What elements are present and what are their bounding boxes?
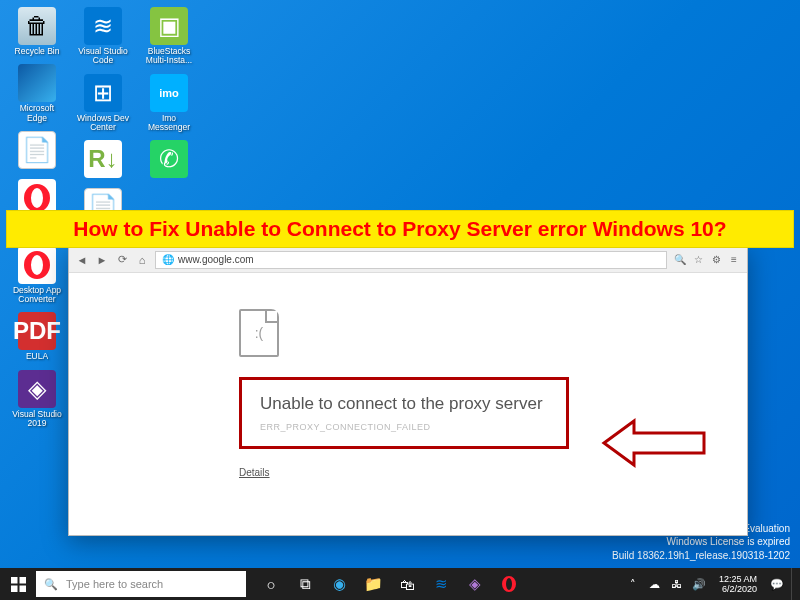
browser-window: ◄ ► ⟳ ⌂ 🌐 www.google.com 🔍 ☆ ⚙ ≡ :( Unab… <box>68 246 748 536</box>
svg-rect-0 <box>11 577 18 584</box>
icon-label: EULA <box>26 352 48 361</box>
bluestacks-icon: ▣ <box>150 7 188 45</box>
details-link[interactable]: Details <box>239 467 270 478</box>
search-placeholder: Type here to search <box>66 578 163 590</box>
tray-onedrive-icon[interactable]: ☁ <box>647 568 663 600</box>
desktop-icon-app-converter-2[interactable]: Desktop App Converter <box>8 244 66 307</box>
desktop-icon-vscode[interactable]: ≋ Visual Studio Code <box>74 5 132 68</box>
reload-button[interactable]: ⟳ <box>115 253 129 267</box>
menu-icon[interactable]: ≡ <box>727 253 741 267</box>
task-view-button[interactable]: ⧉ <box>288 568 322 600</box>
home-button[interactable]: ⌂ <box>135 253 149 267</box>
whatsapp-icon: ✆ <box>150 140 188 178</box>
taskbar: 🔍 Type here to search ○ ⧉ ◉ 📁 🛍 ≋ ◈ ˄ ☁ … <box>0 568 800 600</box>
recycle-bin-icon: 🗑 <box>18 7 56 45</box>
clock-date: 6/2/2020 <box>719 584 757 594</box>
clock-time: 12:25 AM <box>719 574 757 584</box>
start-button[interactable] <box>0 568 36 600</box>
svg-rect-1 <box>19 577 26 584</box>
vscode-icon: ≋ <box>84 7 122 45</box>
icon-label: Windows Dev Center <box>76 114 130 133</box>
desktop-icon-document[interactable]: 📄 <box>8 129 66 173</box>
taskbar-vscode[interactable]: ≋ <box>424 568 458 600</box>
system-tray: ˄ ☁ 🖧 🔊 12:25 AM 6/2/2020 💬 <box>625 568 800 600</box>
sad-file-icon: :( <box>239 309 279 357</box>
star-icon[interactable]: ☆ <box>691 253 705 267</box>
watermark-line: Windows License is expired <box>612 535 790 549</box>
svg-rect-3 <box>19 585 26 592</box>
resharper-icon: R↓ <box>84 140 122 178</box>
annotation-arrow <box>599 413 709 477</box>
taskbar-explorer[interactable]: 📁 <box>356 568 390 600</box>
taskbar-clock[interactable]: 12:25 AM 6/2/2020 <box>713 574 763 595</box>
desktop-icon-whatsapp[interactable]: ✆ <box>140 138 198 182</box>
icon-label: Imo Messenger <box>142 114 196 133</box>
desktop-icon-resharper[interactable]: R↓ <box>74 138 132 182</box>
taskbar-opera[interactable] <box>492 568 526 600</box>
tray-volume-icon[interactable]: 🔊 <box>691 568 707 600</box>
windows-icon: ⊞ <box>84 74 122 112</box>
watermark-line: Build 18362.19h1_release.190318-1202 <box>612 549 790 563</box>
tutorial-banner: How to Fix Unable to Connect to Proxy Se… <box>6 210 794 248</box>
document-icon: 📄 <box>18 131 56 169</box>
search-icon: 🔍 <box>44 578 58 591</box>
url-text: www.google.com <box>178 254 254 265</box>
svg-rect-2 <box>11 585 18 592</box>
icon-label: BlueStacks Multi-Insta... <box>142 47 196 66</box>
error-highlight-box: Unable to connect to the proxy server ER… <box>239 377 569 449</box>
globe-icon: 🌐 <box>162 254 174 265</box>
taskbar-vs[interactable]: ◈ <box>458 568 492 600</box>
icon-label: Desktop App Converter <box>10 286 64 305</box>
desktop-icon-edge[interactable]: Microsoft Edge <box>8 62 66 125</box>
address-bar[interactable]: 🌐 www.google.com <box>155 251 667 269</box>
icon-label: Visual Studio Code <box>76 47 130 66</box>
desktop-icon-dev-center[interactable]: ⊞ Windows Dev Center <box>74 72 132 135</box>
show-desktop-button[interactable] <box>791 568 796 600</box>
desktop-icon-vs2019[interactable]: ◈ Visual Studio 2019 <box>8 368 66 431</box>
edge-icon <box>18 64 56 102</box>
opera-icon <box>18 246 56 284</box>
back-button[interactable]: ◄ <box>75 253 89 267</box>
search-icon[interactable]: 🔍 <box>673 253 687 267</box>
desktop-icon-eula[interactable]: PDF EULA <box>8 310 66 363</box>
notification-center-icon[interactable]: 💬 <box>769 568 785 600</box>
icon-label: Visual Studio 2019 <box>10 410 64 429</box>
windows-logo-icon <box>11 577 26 592</box>
browser-toolbar: ◄ ► ⟳ ⌂ 🌐 www.google.com 🔍 ☆ ⚙ ≡ <box>69 247 747 273</box>
icon-label: Microsoft Edge <box>10 104 64 123</box>
imo-icon: imo <box>150 74 188 112</box>
icon-label: Recycle Bin <box>15 47 60 56</box>
pdf-icon: PDF <box>18 312 56 350</box>
desktop-icon-recycle-bin[interactable]: 🗑 Recycle Bin <box>8 5 66 58</box>
desktop-icon-bluestacks-multi[interactable]: ▣ BlueStacks Multi-Insta... <box>140 5 198 68</box>
taskbar-edge[interactable]: ◉ <box>322 568 356 600</box>
tray-overflow[interactable]: ˄ <box>625 568 641 600</box>
taskbar-store[interactable]: 🛍 <box>390 568 424 600</box>
cortana-button[interactable]: ○ <box>254 568 288 600</box>
forward-button[interactable]: ► <box>95 253 109 267</box>
gear-icon[interactable]: ⚙ <box>709 253 723 267</box>
taskbar-search[interactable]: 🔍 Type here to search <box>36 571 246 597</box>
error-code: ERR_PROXY_CONNECTION_FAILED <box>260 422 548 432</box>
tray-network-icon[interactable]: 🖧 <box>669 568 685 600</box>
error-title: Unable to connect to the proxy server <box>260 394 548 414</box>
desktop-icon-imo[interactable]: imo Imo Messenger <box>140 72 198 135</box>
desktop: 🗑 Recycle Bin Microsoft Edge 📄 Desktop A… <box>0 0 800 600</box>
visual-studio-icon: ◈ <box>18 370 56 408</box>
browser-content: :( Unable to connect to the proxy server… <box>69 273 747 535</box>
